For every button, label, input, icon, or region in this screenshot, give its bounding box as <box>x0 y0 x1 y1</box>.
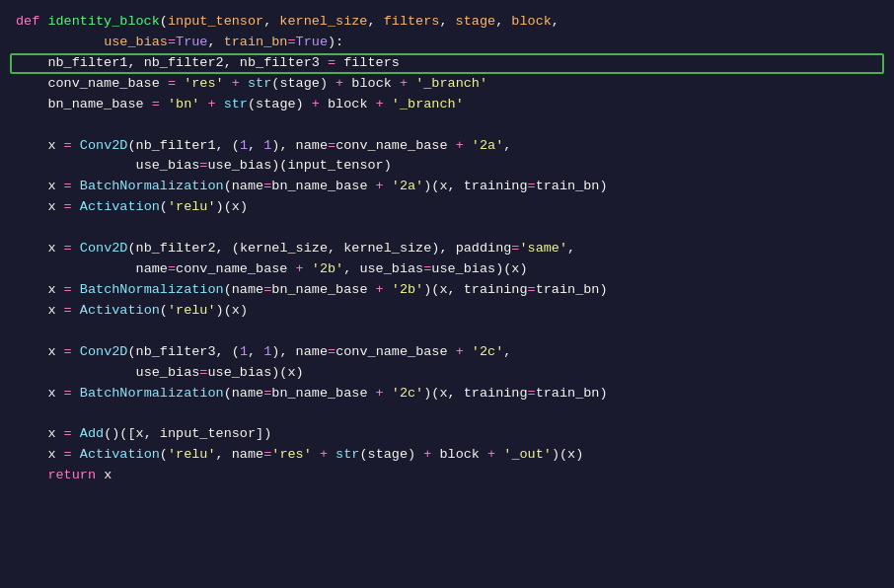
code-line-blank-1 <box>0 115 894 136</box>
code-line-9: x = BatchNormalization(name=bn_name_base… <box>0 177 894 197</box>
code-line-usebias-3: use_bias=use_bias)(x) <box>0 363 894 384</box>
code-line-return: return x <box>0 466 894 486</box>
code-line-conv2d-2b: name=conv_name_base + '2b', use_bias=use… <box>0 259 894 280</box>
code-line-relu-out: x = Activation('relu', name='res' + str(… <box>0 445 894 466</box>
code-line-bn-2c: x = BatchNormalization(name=bn_name_base… <box>0 384 894 404</box>
code-line-blank-3 <box>0 322 894 342</box>
code-line-4: conv_name_base = 'res' + str(stage) + bl… <box>0 74 894 95</box>
code-editor: def identity_block(input_tensor, kernel_… <box>0 0 894 588</box>
code-line-conv2d-3: x = Conv2D(nb_filter3, (1, 1), name=conv… <box>0 342 894 363</box>
code-line-8: use_bias=use_bias)(input_tensor) <box>0 156 894 177</box>
code-line-relu-2: x = Activation('relu')(x) <box>0 301 894 322</box>
function-name: identity_block <box>47 12 159 33</box>
code-line-3-highlighted: nb_filter1, nb_filter2, nb_filter3 = fil… <box>0 53 894 74</box>
keyword-def: def <box>16 12 47 33</box>
code-line-10: x = Activation('relu')(x) <box>0 197 894 218</box>
code-line-1: def identity_block(input_tensor, kernel_… <box>0 12 894 33</box>
code-line-add: x = Add()([x, input_tensor]) <box>0 424 894 445</box>
code-line-2: use_bias=True, train_bn=True): <box>0 33 894 53</box>
code-line-5: bn_name_base = 'bn' + str(stage) + block… <box>0 95 894 115</box>
code-line-bn-2b: x = BatchNormalization(name=bn_name_base… <box>0 280 894 301</box>
code-line-7: x = Conv2D(nb_filter1, (1, 1), name=conv… <box>0 136 894 157</box>
code-line-blank-4 <box>0 404 894 425</box>
code-line-blank-2 <box>0 218 894 239</box>
code-line-conv2d-2: x = Conv2D(nb_filter2, (kernel_size, ker… <box>0 239 894 259</box>
